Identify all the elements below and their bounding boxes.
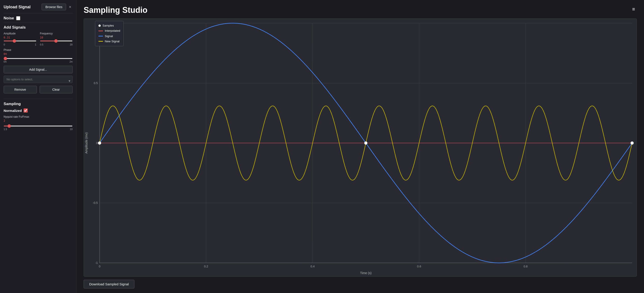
legend-interpolated-label: Interpolated bbox=[105, 28, 120, 33]
frequency-max: 20 bbox=[70, 43, 72, 46]
signal-select[interactable]: No options to select. bbox=[4, 76, 72, 83]
phase-slider[interactable] bbox=[4, 58, 72, 59]
amplitude-min: 0 bbox=[4, 43, 5, 46]
add-signals-section: Add Signals Amplitude 0.31 0 1 Frequency… bbox=[4, 25, 72, 99]
add-signals-title: Add Signals bbox=[4, 25, 72, 30]
page-title: Sampling Studio bbox=[84, 6, 148, 15]
main-content: Sampling Studio ≡ Samples Interpolated S… bbox=[76, 0, 644, 293]
sampling-title: Sampling bbox=[4, 102, 72, 106]
normalized-label: Normalized bbox=[4, 109, 22, 113]
phase-section: Phase 0π 0π 2π bbox=[4, 48, 72, 63]
legend-signal-label: Signal bbox=[105, 34, 113, 39]
frequency-label: Frequency bbox=[40, 32, 73, 35]
frequency-min: 0.5 bbox=[40, 43, 44, 46]
legend-samples: Samples bbox=[98, 23, 120, 28]
nyquist-min: 1.5 bbox=[4, 128, 7, 131]
phase-label: Phase bbox=[4, 48, 11, 52]
download-sampled-signal-button[interactable]: Download Sampled Signal bbox=[84, 280, 134, 288]
amplitude-slider[interactable] bbox=[4, 41, 36, 41]
signal-line-icon bbox=[98, 36, 103, 37]
amplitude-value: 0.31 bbox=[4, 36, 36, 39]
sampling-section: Sampling Normalized Nyquist rate Fs/Fmax… bbox=[4, 102, 72, 131]
main-header: Sampling Studio ≡ bbox=[84, 6, 637, 15]
amplitude-label: Amplitude bbox=[4, 32, 36, 35]
clear-button[interactable]: Clear bbox=[40, 86, 73, 93]
action-row: Remove Clear bbox=[4, 86, 72, 93]
upload-title: Upload Signal bbox=[4, 5, 30, 10]
new-signal-line-icon bbox=[98, 41, 103, 42]
legend-new-signal-label: New Signal bbox=[105, 39, 120, 44]
noise-label: Noise bbox=[4, 16, 14, 21]
normalized-checkbox[interactable] bbox=[24, 109, 28, 113]
upload-section: Upload Signal Browse files × bbox=[4, 4, 72, 13]
sidebar: Upload Signal Browse files × Noise Add S… bbox=[0, 0, 76, 293]
legend-new-signal: New Signal bbox=[98, 39, 120, 44]
frequency-slider[interactable] bbox=[40, 41, 73, 41]
add-signal-button[interactable]: Add Signal... bbox=[4, 66, 72, 73]
noise-checkbox[interactable] bbox=[16, 16, 20, 20]
nyquist-value: 2 bbox=[4, 119, 72, 122]
phase-min: 0π bbox=[4, 60, 7, 63]
signal-chart bbox=[84, 19, 636, 276]
remove-button[interactable]: Remove bbox=[4, 86, 37, 93]
menu-button[interactable]: ≡ bbox=[630, 6, 637, 13]
nyquist-slider[interactable] bbox=[4, 126, 72, 126]
nyquist-max: 10 bbox=[70, 128, 72, 131]
chart-legend: Samples Interpolated Signal New Signal bbox=[95, 21, 124, 46]
noise-section: Noise bbox=[4, 14, 72, 23]
legend-signal: Signal bbox=[98, 34, 120, 39]
chart-container: Samples Interpolated Signal New Signal bbox=[84, 19, 637, 276]
amplitude-col: Amplitude 0.31 0 1 bbox=[4, 32, 36, 46]
amplitude-max: 1 bbox=[35, 43, 36, 46]
close-button[interactable]: × bbox=[68, 4, 72, 10]
legend-samples-label: Samples bbox=[102, 23, 114, 28]
interpolated-line-icon bbox=[98, 31, 103, 31]
normalized-row: Normalized bbox=[4, 109, 72, 113]
frequency-value: 10 bbox=[40, 36, 73, 39]
legend-interpolated: Interpolated bbox=[98, 28, 120, 33]
phase-max: 2π bbox=[70, 60, 72, 63]
samples-dot-icon bbox=[98, 25, 101, 27]
amplitude-frequency-row: Amplitude 0.31 0 1 Frequency 10 0.5 20 bbox=[4, 32, 72, 46]
browse-files-button[interactable]: Browse files bbox=[42, 4, 66, 10]
frequency-col: Frequency 10 0.5 20 bbox=[40, 32, 73, 46]
nyquist-label: Nyquist rate Fs/Fmax bbox=[4, 115, 72, 118]
phase-value: 0π bbox=[4, 53, 7, 56]
